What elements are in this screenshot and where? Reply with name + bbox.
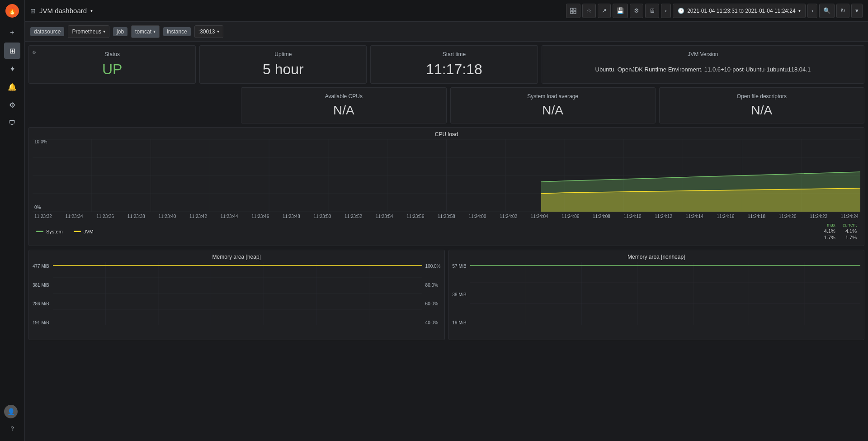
instance-select[interactable]: :30013 ▾ (194, 25, 223, 38)
time-range-text: 2021-01-04 11:23:31 to 2021-01-04 11:24:… (687, 8, 796, 14)
more-button[interactable]: ▾ (851, 4, 863, 18)
open-files-panel: Open file descriptors N/A (659, 87, 864, 123)
refresh-button[interactable]: ↻ (836, 4, 849, 18)
datasource-caret: ▾ (103, 29, 105, 34)
start-time-panel: Start time 11:17:18 (370, 45, 538, 84)
dashboard-title[interactable]: JVM dashboard (39, 7, 87, 14)
cpu-chart-title: CPU load (33, 131, 860, 138)
sidebar-bottom: 👤 ? (4, 403, 20, 437)
status-title: Status (34, 51, 190, 57)
jvm-current: 1.7% (845, 235, 857, 240)
memory-nonheap-panel: Memory area [nonheap] 57 MiB 38 MiB 19 M… (448, 250, 865, 340)
open-files-value: N/A (665, 103, 859, 118)
configuration-icon[interactable]: ⚙ (4, 97, 20, 113)
heap-svg (53, 262, 422, 325)
heap-y4: 191 MiB (33, 320, 49, 325)
jvm-legend-item: JVM (74, 229, 94, 234)
add-panel-button[interactable] (566, 4, 580, 18)
start-time-title: Start time (376, 51, 532, 57)
system-legend-color (36, 231, 43, 232)
system-max: 4.1% (824, 228, 835, 234)
job-select[interactable]: tomcat ▾ (131, 25, 160, 38)
max-stat-col: max 4.1% 1.7% (824, 223, 835, 240)
system-load-value: N/A (456, 103, 650, 118)
heap-title: Memory area [heap] (33, 254, 441, 260)
system-load-panel: System load average N/A (450, 87, 656, 123)
topnav: ⊞ JVM dashboard ▾ ☆ ↗ 💾 ⚙ 🖥 ‹ 🕐 2021-01-… (25, 0, 868, 22)
legend-stats: max 4.1% 1.7% current 4.1% 1.7% (824, 223, 857, 240)
heap-yr1: 100.0% (425, 264, 441, 269)
available-cpus-panel: Available CPUs N/A (241, 87, 446, 123)
datasource-value: Prometheus (72, 28, 101, 35)
heap-yr3: 60.0% (425, 301, 441, 306)
help-icon[interactable]: ? (4, 420, 20, 436)
stat-panels-row2: Available CPUs N/A System load average N… (28, 87, 864, 123)
system-legend-item: System (36, 229, 63, 234)
system-legend-label: System (46, 229, 63, 234)
topnav-title-area: ⊞ JVM dashboard ▾ (30, 7, 566, 14)
start-time-value: 11:17:18 (376, 61, 532, 78)
plus-icon[interactable]: + (4, 24, 20, 41)
system-load-title: System load average (456, 93, 650, 100)
svg-rect-4 (571, 11, 573, 14)
heap-y2: 381 MiB (33, 283, 49, 288)
jvm-legend-color (74, 231, 81, 232)
heap-y1: 477 MiB (33, 264, 49, 269)
datasource-label: datasource (30, 27, 64, 36)
svg-rect-5 (574, 11, 576, 14)
nonheap-title: Memory area [nonheap] (453, 254, 861, 260)
cpu-chart-svg (33, 139, 860, 212)
jvm-legend-label: JVM (84, 229, 94, 234)
available-cpus-title: Available CPUs (247, 93, 440, 100)
time-caret: ▾ (798, 8, 801, 13)
nonheap-y3: 19 MiB (453, 320, 467, 325)
nonheap-y1: 57 MiB (453, 264, 467, 269)
avatar[interactable]: 👤 (4, 405, 18, 418)
explore-icon[interactable]: ✦ (4, 61, 20, 77)
available-cpus-value: N/A (247, 103, 440, 118)
svg-text:🔥: 🔥 (8, 6, 17, 15)
svg-rect-2 (571, 8, 573, 10)
job-value: tomcat (135, 28, 151, 35)
save-button[interactable]: 💾 (613, 4, 628, 18)
time-range-picker[interactable]: 🕐 2021-01-04 11:23:31 to 2021-01-04 11:2… (673, 4, 806, 18)
current-header: current (843, 223, 857, 228)
status-value: UP (34, 61, 190, 78)
settings-button[interactable]: ⚙ (630, 4, 643, 18)
uptime-value: 5 hour (205, 61, 361, 78)
main-content: ⊞ JVM dashboard ▾ ☆ ↗ 💾 ⚙ 🖥 ‹ 🕐 2021-01-… (25, 0, 868, 441)
heap-yr2: 80.0% (425, 283, 441, 288)
cpu-y-top: 10.0% (34, 139, 47, 144)
dashboards-icon[interactable]: ⊞ (4, 43, 20, 59)
alerting-icon[interactable]: 🔔 (4, 79, 20, 95)
share-button[interactable]: ↗ (598, 4, 611, 18)
cpu-y-bottom: 0% (34, 205, 41, 210)
nonheap-chart-area: 57 MiB 38 MiB 19 MiB (453, 262, 861, 334)
open-files-title: Open file descriptors (665, 93, 859, 100)
cpu-x-labels: 11:23:32 11:23:34 11:23:36 11:23:38 11:2… (33, 214, 860, 219)
svg-rect-3 (574, 8, 576, 10)
heap-chart-area: 477 MiB 381 MiB 286 MiB 191 MiB (33, 262, 441, 334)
status-panel: ⎋ Status UP (28, 45, 196, 84)
title-caret[interactable]: ▾ (90, 8, 93, 13)
clock-icon: 🕐 (678, 8, 684, 14)
instance-label: instance (163, 27, 191, 36)
nonheap-svg (470, 262, 860, 325)
next-time-button[interactable]: › (807, 4, 817, 18)
zoom-out-button[interactable]: 🔍 (819, 4, 835, 18)
cpu-chart-area: 10.0% 0% (33, 139, 860, 221)
instance-caret: ▾ (217, 29, 219, 34)
topnav-actions: ☆ ↗ 💾 ⚙ 🖥 ‹ 🕐 2021-01-04 11:23:31 to 202… (566, 4, 863, 18)
star-button[interactable]: ☆ (582, 4, 596, 18)
cpu-legend: System JVM max 4.1% 1.7% current 4.1% (33, 221, 860, 242)
jvm-version-title: JVM Version (547, 51, 859, 57)
heap-y3: 286 MiB (33, 301, 49, 306)
status-link-icon[interactable]: ⎋ (33, 49, 36, 55)
tv-mode-button[interactable]: 🖥 (645, 4, 659, 18)
shield-icon[interactable]: 🛡 (4, 115, 20, 131)
prev-time-button[interactable]: ‹ (661, 4, 671, 18)
datasource-select[interactable]: Prometheus ▾ (68, 25, 109, 38)
dashboard: ⎋ Status UP Uptime 5 hour Start time 11:… (25, 42, 868, 441)
uptime-title: Uptime (205, 51, 361, 57)
app-logo[interactable]: 🔥 (5, 4, 19, 18)
